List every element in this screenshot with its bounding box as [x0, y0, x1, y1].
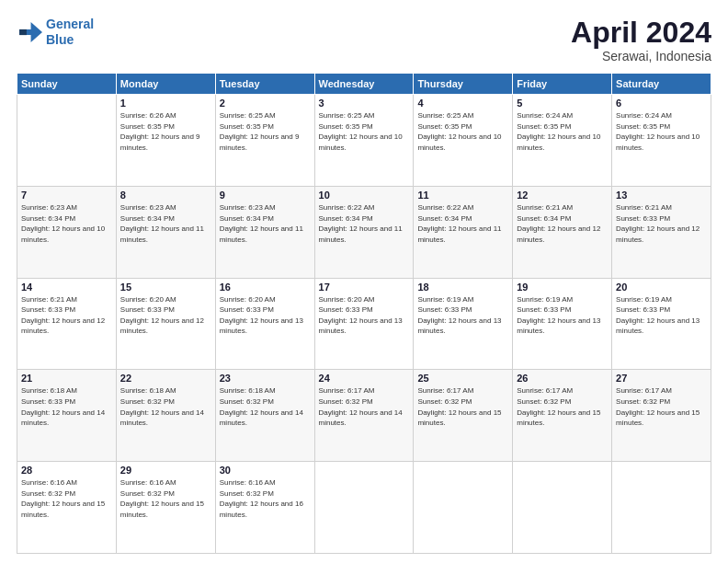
cell-1-5: 12 Sunrise: 6:21 AM Sunset: 6:34 PM Dayl… [513, 186, 612, 278]
header-tuesday: Tuesday [215, 74, 314, 95]
day-number: 9 [220, 190, 311, 201]
calendar-table: Sunday Monday Tuesday Wednesday Thursday… [17, 73, 711, 554]
cell-2-5: 19 Sunrise: 6:19 AM Sunset: 6:33 PM Dayl… [513, 278, 612, 370]
cell-4-5 [513, 462, 612, 554]
day-number: 27 [616, 373, 707, 384]
day-number: 25 [417, 373, 508, 384]
cell-info: Sunrise: 6:16 AM Sunset: 6:32 PM Dayligh… [220, 477, 311, 520]
day-number: 2 [220, 98, 311, 109]
cell-1-4: 11 Sunrise: 6:22 AM Sunset: 6:34 PM Dayl… [414, 186, 513, 278]
header-thursday: Thursday [414, 74, 513, 95]
cell-0-2: 2 Sunrise: 6:25 AM Sunset: 6:35 PM Dayli… [215, 95, 314, 187]
cell-info: Sunrise: 6:20 AM Sunset: 6:33 PM Dayligh… [120, 294, 211, 337]
day-number: 10 [319, 190, 410, 201]
day-number: 29 [120, 465, 211, 476]
header-wednesday: Wednesday [314, 74, 414, 95]
cell-1-2: 9 Sunrise: 6:23 AM Sunset: 6:34 PM Dayli… [215, 186, 314, 278]
cell-info: Sunrise: 6:18 AM Sunset: 6:32 PM Dayligh… [120, 385, 211, 428]
day-number: 6 [616, 98, 707, 109]
cell-0-3: 3 Sunrise: 6:25 AM Sunset: 6:35 PM Dayli… [314, 95, 414, 187]
day-number: 3 [319, 98, 410, 109]
header: General Blue April 2024 Serawai, Indones… [17, 17, 711, 63]
day-number: 21 [21, 373, 112, 384]
page: General Blue April 2024 Serawai, Indones… [0, 0, 728, 563]
cell-4-6 [612, 462, 711, 554]
cell-info: Sunrise: 6:19 AM Sunset: 6:33 PM Dayligh… [517, 294, 608, 337]
day-number: 4 [417, 98, 508, 109]
day-number: 18 [417, 282, 508, 293]
logo-general: General [46, 17, 94, 31]
cell-info: Sunrise: 6:22 AM Sunset: 6:34 PM Dayligh… [319, 202, 410, 245]
cell-2-1: 15 Sunrise: 6:20 AM Sunset: 6:33 PM Dayl… [116, 278, 215, 370]
cell-1-1: 8 Sunrise: 6:23 AM Sunset: 6:34 PM Dayli… [116, 186, 215, 278]
subtitle: Serawai, Indonesia [571, 49, 711, 63]
day-number: 12 [517, 190, 608, 201]
cell-3-3: 24 Sunrise: 6:17 AM Sunset: 6:32 PM Dayl… [314, 370, 414, 462]
week-row-4: 28 Sunrise: 6:16 AM Sunset: 6:32 PM Dayl… [17, 462, 711, 554]
cell-info: Sunrise: 6:19 AM Sunset: 6:33 PM Dayligh… [417, 294, 508, 337]
day-number: 17 [319, 282, 410, 293]
day-number: 23 [220, 373, 311, 384]
week-row-1: 7 Sunrise: 6:23 AM Sunset: 6:34 PM Dayli… [17, 186, 711, 278]
header-friday: Friday [513, 74, 612, 95]
cell-0-4: 4 Sunrise: 6:25 AM Sunset: 6:35 PM Dayli… [414, 95, 513, 187]
cell-info: Sunrise: 6:25 AM Sunset: 6:35 PM Dayligh… [319, 110, 410, 153]
cell-info: Sunrise: 6:23 AM Sunset: 6:34 PM Dayligh… [220, 202, 311, 245]
cell-2-2: 16 Sunrise: 6:20 AM Sunset: 6:33 PM Dayl… [215, 278, 314, 370]
cell-info: Sunrise: 6:25 AM Sunset: 6:35 PM Dayligh… [417, 110, 508, 153]
logo: General Blue [17, 17, 94, 48]
cell-info: Sunrise: 6:20 AM Sunset: 6:33 PM Dayligh… [319, 294, 410, 337]
cell-3-1: 22 Sunrise: 6:18 AM Sunset: 6:32 PM Dayl… [116, 370, 215, 462]
header-monday: Monday [116, 74, 215, 95]
cell-info: Sunrise: 6:17 AM Sunset: 6:32 PM Dayligh… [517, 385, 608, 428]
header-saturday: Saturday [612, 74, 711, 95]
title-block: April 2024 Serawai, Indonesia [571, 17, 711, 63]
day-number: 11 [417, 190, 508, 201]
day-number: 26 [517, 373, 608, 384]
cell-1-6: 13 Sunrise: 6:21 AM Sunset: 6:33 PM Dayl… [612, 186, 711, 278]
day-number: 20 [616, 282, 707, 293]
day-number: 5 [517, 98, 608, 109]
day-number: 14 [21, 282, 112, 293]
cell-2-3: 17 Sunrise: 6:20 AM Sunset: 6:33 PM Dayl… [314, 278, 414, 370]
cell-info: Sunrise: 6:17 AM Sunset: 6:32 PM Dayligh… [319, 385, 410, 428]
day-number: 1 [120, 98, 211, 109]
header-row: Sunday Monday Tuesday Wednesday Thursday… [17, 74, 711, 95]
cell-0-1: 1 Sunrise: 6:26 AM Sunset: 6:35 PM Dayli… [116, 95, 215, 187]
cell-3-6: 27 Sunrise: 6:17 AM Sunset: 6:32 PM Dayl… [612, 370, 711, 462]
cell-info: Sunrise: 6:16 AM Sunset: 6:32 PM Dayligh… [21, 477, 112, 520]
cell-4-3 [314, 462, 414, 554]
week-row-2: 14 Sunrise: 6:21 AM Sunset: 6:33 PM Dayl… [17, 278, 711, 370]
cell-2-4: 18 Sunrise: 6:19 AM Sunset: 6:33 PM Dayl… [414, 278, 513, 370]
cell-1-3: 10 Sunrise: 6:22 AM Sunset: 6:34 PM Dayl… [314, 186, 414, 278]
cell-info: Sunrise: 6:17 AM Sunset: 6:32 PM Dayligh… [417, 385, 508, 428]
cell-0-6: 6 Sunrise: 6:24 AM Sunset: 6:35 PM Dayli… [612, 95, 711, 187]
cell-4-2: 30 Sunrise: 6:16 AM Sunset: 6:32 PM Dayl… [215, 462, 314, 554]
day-number: 8 [120, 190, 211, 201]
cell-info: Sunrise: 6:22 AM Sunset: 6:34 PM Dayligh… [417, 202, 508, 245]
cell-info: Sunrise: 6:24 AM Sunset: 6:35 PM Dayligh… [517, 110, 608, 153]
day-number: 7 [21, 190, 112, 201]
cell-info: Sunrise: 6:23 AM Sunset: 6:34 PM Dayligh… [21, 202, 112, 245]
cell-2-6: 20 Sunrise: 6:19 AM Sunset: 6:33 PM Dayl… [612, 278, 711, 370]
cell-info: Sunrise: 6:16 AM Sunset: 6:32 PM Dayligh… [120, 477, 211, 520]
cell-3-4: 25 Sunrise: 6:17 AM Sunset: 6:32 PM Dayl… [414, 370, 513, 462]
cell-4-1: 29 Sunrise: 6:16 AM Sunset: 6:32 PM Dayl… [116, 462, 215, 554]
cell-0-0 [17, 95, 117, 187]
cell-info: Sunrise: 6:17 AM Sunset: 6:32 PM Dayligh… [616, 385, 707, 428]
logo-text: General Blue [46, 17, 94, 48]
day-number: 30 [220, 465, 311, 476]
cell-info: Sunrise: 6:23 AM Sunset: 6:34 PM Dayligh… [120, 202, 211, 245]
cell-4-0: 28 Sunrise: 6:16 AM Sunset: 6:32 PM Dayl… [17, 462, 117, 554]
day-number: 15 [120, 282, 211, 293]
logo-icon [17, 19, 42, 45]
day-number: 13 [616, 190, 707, 201]
cell-info: Sunrise: 6:24 AM Sunset: 6:35 PM Dayligh… [616, 110, 707, 153]
cell-1-0: 7 Sunrise: 6:23 AM Sunset: 6:34 PM Dayli… [17, 186, 117, 278]
cell-info: Sunrise: 6:18 AM Sunset: 6:33 PM Dayligh… [21, 385, 112, 428]
header-sunday: Sunday [17, 74, 117, 95]
cell-4-4 [414, 462, 513, 554]
cell-info: Sunrise: 6:26 AM Sunset: 6:35 PM Dayligh… [120, 110, 211, 153]
cell-info: Sunrise: 6:21 AM Sunset: 6:34 PM Dayligh… [517, 202, 608, 245]
cell-0-5: 5 Sunrise: 6:24 AM Sunset: 6:35 PM Dayli… [513, 95, 612, 187]
